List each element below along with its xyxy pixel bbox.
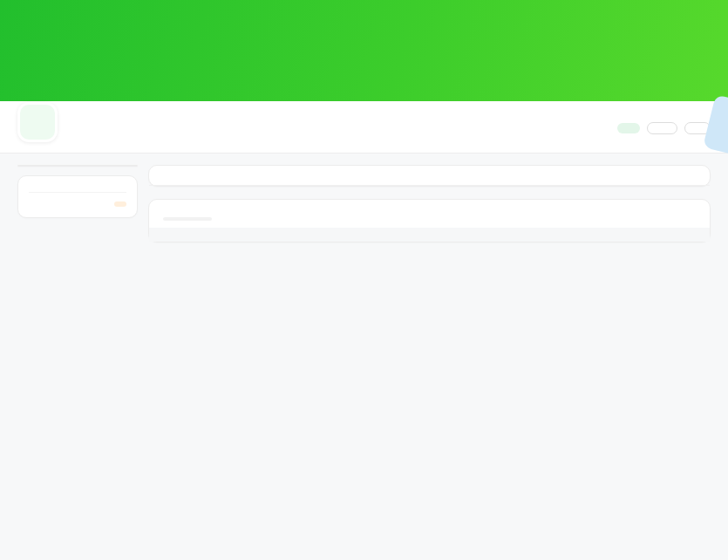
staff-card — [17, 175, 138, 218]
cafe-banner — [0, 0, 728, 101]
page-content — [0, 154, 728, 544]
owner-role-badge — [617, 123, 640, 133]
staff-role-badge — [114, 201, 126, 207]
board-card-header — [149, 200, 710, 228]
main-column — [148, 165, 711, 527]
staff-row — [29, 201, 126, 207]
cafe-header — [0, 101, 728, 154]
table-header-row — [149, 228, 710, 242]
board-title-underline — [163, 217, 212, 221]
notice-card — [148, 165, 711, 187]
sidebar — [17, 165, 138, 527]
background-decoration-circle — [0, 556, 37, 560]
board-card — [148, 199, 711, 242]
staff-section-title — [29, 185, 126, 193]
sidebar-menu — [17, 165, 138, 167]
header-actions — [617, 122, 711, 134]
favorite-button[interactable] — [647, 122, 677, 134]
cafe-avatar[interactable] — [17, 102, 58, 142]
notice-card-title — [149, 166, 710, 186]
